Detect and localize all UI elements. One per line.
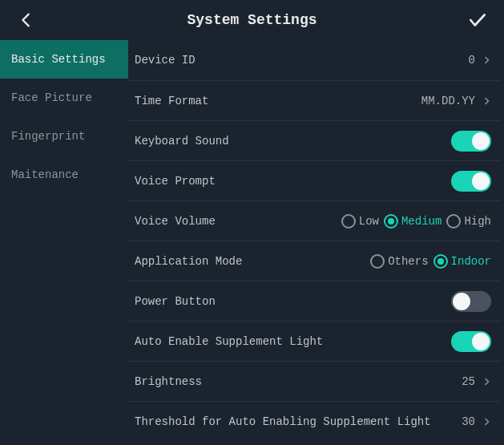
sidebar-item-fingerprint[interactable]: Fingerprint <box>0 117 128 156</box>
chevron-right-icon <box>482 375 491 388</box>
radio-label: Medium <box>401 215 442 228</box>
radio-label: Others <box>388 255 428 268</box>
auto-supplement-light-label: Auto Enable Supplement Light <box>135 335 451 348</box>
header: System Settings <box>0 0 504 40</box>
radio-icon <box>446 214 461 229</box>
keyboard-sound-toggle[interactable] <box>451 131 491 152</box>
sidebar-item-face-picture[interactable]: Face Picture <box>0 79 128 117</box>
radio-label: High <box>464 215 491 228</box>
brightness-value: 25 <box>462 375 475 388</box>
device-id-value: 0 <box>469 54 475 67</box>
row-brightness[interactable]: Brightness 25 <box>128 361 501 401</box>
row-voice-prompt: Voice Prompt <box>128 160 501 200</box>
power-button-label: Power Button <box>135 295 451 308</box>
sidebar-item-maintenance[interactable]: Maitenance <box>0 156 128 194</box>
radio-icon <box>384 214 398 229</box>
sidebar-item-label: Face Picture <box>11 91 92 104</box>
voice-volume-radio-group: Low Medium High <box>341 214 491 229</box>
row-device-id[interactable]: Device ID 0 <box>128 40 501 80</box>
keyboard-sound-label: Keyboard Sound <box>135 135 451 148</box>
confirm-icon[interactable] <box>467 10 488 30</box>
row-power-button: Power Button <box>128 281 501 321</box>
radio-icon <box>433 254 448 269</box>
row-time-format[interactable]: Time Format MM.DD.YY <box>128 80 501 120</box>
voice-volume-label: Voice Volume <box>135 215 341 228</box>
chevron-right-icon <box>482 54 491 67</box>
row-voice-volume: Voice Volume Low Medium High <box>128 200 501 241</box>
sidebar-item-label: Basic Settings <box>11 53 106 66</box>
threshold-auto-light-label: Threshold for Auto Enabling Supplement L… <box>135 415 462 428</box>
row-application-mode: Application Mode Others Indoor <box>128 241 501 281</box>
row-keyboard-sound: Keyboard Sound <box>128 120 501 160</box>
brightness-label: Brightness <box>135 375 462 388</box>
application-mode-radio-group: Others Indoor <box>370 254 491 269</box>
radio-medium[interactable]: Medium <box>384 214 442 229</box>
sidebar-item-label: Fingerprint <box>11 130 85 143</box>
page-title: System Settings <box>187 12 317 28</box>
radio-icon <box>370 254 385 269</box>
radio-label: Low <box>359 215 379 228</box>
sidebar: Basic Settings Face Picture Fingerprint … <box>0 40 128 445</box>
time-format-label: Time Format <box>135 95 421 107</box>
time-format-value: MM.DD.YY <box>421 95 475 107</box>
back-icon[interactable] <box>16 10 37 30</box>
content: Device ID 0 Time Format MM.DD.YY Keyboar… <box>128 40 504 445</box>
chevron-right-icon <box>482 415 491 428</box>
chevron-right-icon <box>482 95 491 107</box>
radio-others[interactable]: Others <box>370 254 428 269</box>
threshold-auto-light-value: 30 <box>462 415 475 428</box>
application-mode-label: Application Mode <box>135 255 370 268</box>
radio-indoor[interactable]: Indoor <box>433 254 491 269</box>
power-button-toggle[interactable] <box>451 291 491 312</box>
radio-low[interactable]: Low <box>341 214 379 229</box>
radio-icon <box>341 214 356 229</box>
row-auto-supplement-light: Auto Enable Supplement Light <box>128 321 501 361</box>
sidebar-item-basic-settings[interactable]: Basic Settings <box>0 40 128 79</box>
voice-prompt-toggle[interactable] <box>451 171 491 192</box>
voice-prompt-label: Voice Prompt <box>135 175 451 188</box>
row-threshold-auto-light[interactable]: Threshold for Auto Enabling Supplement L… <box>128 401 501 441</box>
radio-high[interactable]: High <box>446 214 491 229</box>
sidebar-item-label: Maitenance <box>11 168 79 181</box>
radio-label: Indoor <box>451 255 491 268</box>
auto-supplement-light-toggle[interactable] <box>451 331 491 352</box>
device-id-label: Device ID <box>135 54 469 67</box>
